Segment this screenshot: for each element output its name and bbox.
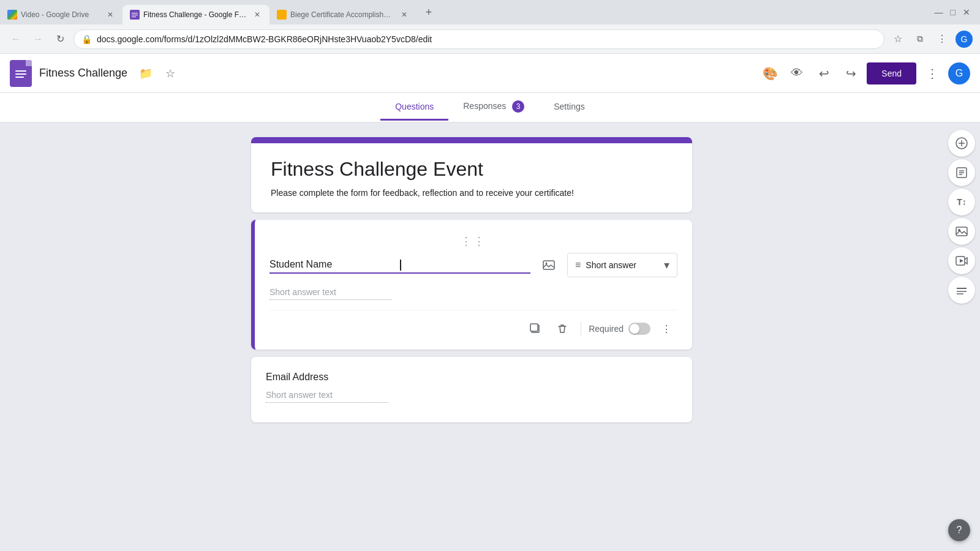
question-card-2[interactable]: Email Address Short answer text [251, 357, 692, 422]
add-video-button[interactable] [948, 247, 975, 274]
more-options-button[interactable]: ⋮ [921, 62, 943, 84]
app-logo: Fitness Challenge [10, 60, 127, 87]
gcert-tab-close[interactable]: ✕ [399, 10, 409, 20]
profile-avatar[interactable]: G [956, 31, 973, 48]
import-question-button[interactable] [948, 159, 975, 186]
palette-button[interactable]: 🎨 [759, 62, 781, 84]
email-question-label: Email Address [266, 372, 677, 383]
svg-rect-3 [530, 324, 538, 331]
type-icon: ≡ [575, 260, 581, 271]
text-cursor [400, 260, 401, 271]
address-bar: ← → ↻ 🔒 docs.google.com/forms/d/1zOlzl2d… [0, 24, 980, 54]
gdrive-tab-icon [7, 10, 17, 20]
app-title: Fitness Challenge [39, 67, 127, 80]
svg-rect-0 [543, 261, 554, 269]
nav-tabs-bar: Questions Responses 3 Settings [0, 93, 980, 122]
send-button[interactable]: Send [867, 62, 916, 84]
tab-responses[interactable]: Responses 3 [448, 93, 539, 122]
redo-button[interactable]: ↪ [840, 62, 862, 84]
bookmark-icon[interactable]: ☆ [889, 31, 907, 48]
back-button[interactable]: ← [7, 31, 24, 48]
gforms-tab-close[interactable]: ✕ [252, 10, 262, 20]
app-header: Fitness Challenge 📁 ☆ 🎨 👁 ↩ ↪ Send ⋮ G [0, 54, 980, 93]
header-actions: 📁 ☆ [135, 62, 181, 84]
gdrive-tab-label: Video - Google Drive [21, 10, 102, 19]
gcert-tab-label: Biege Certificate Accomplishmen... [290, 10, 396, 19]
form-header-card[interactable]: Fitness Challenge Event Please complete … [251, 137, 692, 212]
svg-marker-14 [960, 259, 963, 263]
question-type-selector[interactable]: ≡ Short answer ▾ [567, 253, 677, 277]
add-image-to-question-button[interactable] [538, 254, 560, 276]
tab-gforms[interactable]: Fitness Challenge - Google Form... ✕ [123, 5, 270, 24]
type-dropdown-arrow: ▾ [664, 258, 669, 272]
header-right: 🎨 👁 ↩ ↪ Send ⋮ G [759, 62, 970, 84]
new-tab-button[interactable]: + [419, 2, 439, 22]
question-more-options[interactable]: ⋮ [655, 318, 677, 340]
minimize-icon[interactable]: — [932, 5, 946, 20]
type-label: Short answer [586, 260, 659, 270]
question-card-1[interactable]: ⋮⋮ ≡ [251, 220, 692, 350]
folder-button[interactable]: 📁 [135, 62, 157, 84]
gdrive-tab-close[interactable]: ✕ [105, 10, 115, 20]
gforms-tab-label: Fitness Challenge - Google Form... [143, 10, 249, 19]
tab-bar: Video - Google Drive ✕ Fitness Challenge… [0, 0, 980, 24]
gforms-tab-icon [130, 10, 140, 20]
email-short-answer-preview: Short answer text [266, 390, 388, 403]
tab-gcert[interactable]: Biege Certificate Accomplishmen... ✕ [270, 5, 417, 24]
close-icon[interactable]: ✕ [960, 5, 973, 20]
preview-button[interactable]: 👁 [786, 62, 808, 84]
tab-settings[interactable]: Settings [539, 94, 600, 121]
right-sidebar: T↕ [943, 122, 980, 551]
tab-questions[interactable]: Questions [380, 94, 448, 121]
user-avatar[interactable]: G [948, 62, 970, 84]
form-title: Fitness Challenge Event [271, 158, 673, 181]
browser-window: Video - Google Drive ✕ Fitness Challenge… [0, 0, 980, 551]
add-image-button[interactable] [948, 218, 975, 245]
question-top: ≡ Short answer ▾ [270, 253, 677, 277]
forms-logo-icon [10, 60, 32, 87]
url-text: docs.google.com/forms/d/1zOlzl2dMMcBW2-B… [97, 34, 876, 44]
gcert-tab-icon [277, 10, 287, 20]
short-answer-preview: Short answer text [270, 287, 392, 300]
tab-gdrive[interactable]: Video - Google Drive ✕ [0, 5, 123, 24]
required-label: Required [589, 324, 624, 334]
undo-button[interactable]: ↩ [813, 62, 835, 84]
form-container: Fitness Challenge Event Please complete … [0, 122, 943, 551]
star-button[interactable]: ☆ [159, 62, 181, 84]
drag-handle[interactable]: ⋮⋮ [270, 234, 677, 248]
url-bar[interactable]: 🔒 docs.google.com/forms/d/1zOlzl2dMMcBW2… [74, 29, 884, 49]
lock-icon: 🔒 [81, 34, 92, 44]
main-content: Fitness Challenge Event Please complete … [0, 122, 980, 551]
responses-badge: 3 [512, 100, 524, 113]
delete-question-button[interactable] [551, 318, 573, 340]
reload-button[interactable]: ↻ [51, 31, 69, 48]
question-footer: Required ⋮ [270, 310, 677, 340]
required-toggle[interactable] [628, 323, 650, 335]
add-section-button[interactable] [948, 277, 975, 304]
copy-question-button[interactable] [524, 318, 546, 340]
extensions-icon[interactable]: ⧉ [911, 31, 929, 48]
vertical-divider [581, 321, 581, 336]
add-title-button[interactable]: T↕ [948, 189, 975, 216]
svg-rect-11 [956, 227, 967, 236]
forward-button[interactable]: → [29, 31, 47, 48]
toggle-knob [630, 324, 639, 334]
window-controls: — □ ✕ [925, 5, 980, 20]
browser-menu-icon[interactable]: ⋮ [933, 31, 951, 48]
maximize-icon[interactable]: □ [948, 5, 958, 20]
help-button[interactable]: ? [948, 519, 970, 541]
add-question-button[interactable] [948, 130, 975, 157]
form-description: Please complete the form for feedback, r… [271, 188, 673, 198]
